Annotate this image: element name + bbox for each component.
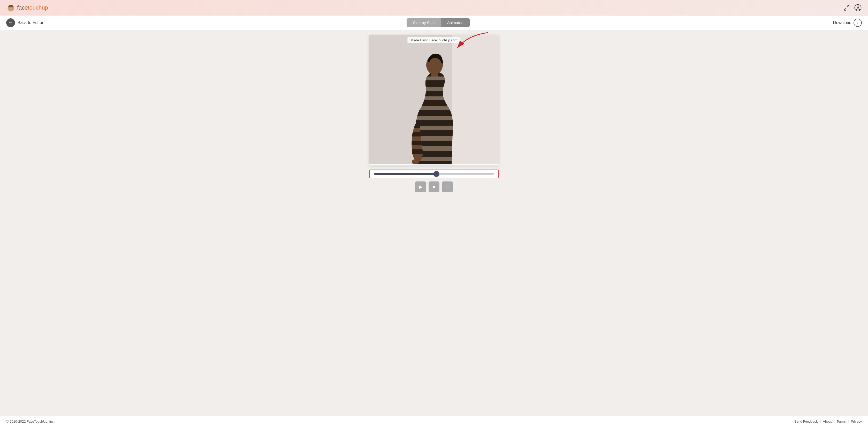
preview-image-container: Made Using FaceTouchUp.com (369, 35, 499, 165)
watermark: Made Using FaceTouchUp.com (407, 37, 460, 43)
scrubber-track[interactable] (374, 173, 494, 175)
account-button[interactable] (854, 4, 862, 12)
svg-line-2 (847, 5, 849, 7)
svg-line-3 (844, 8, 846, 10)
svg-rect-1 (8, 7, 13, 7)
terms-link[interactable]: Terms (837, 420, 846, 423)
back-to-editor-button[interactable]: ← Back to Editor (6, 18, 43, 27)
download-label: Download (833, 21, 851, 25)
top-nav: facetouchup (0, 0, 868, 16)
svg-point-25 (412, 159, 419, 164)
privacy-link[interactable]: Privacy (851, 420, 862, 423)
tab-animated[interactable]: Animated (441, 18, 470, 27)
stop-button[interactable]: ■ (429, 181, 439, 192)
back-label: Back to Editor (18, 21, 43, 25)
fullscreen-button[interactable] (843, 4, 850, 11)
logo-icon (6, 3, 16, 12)
play-icon: ▶ (419, 184, 422, 190)
download-icon: ↓ (854, 19, 862, 27)
nav-right (843, 4, 862, 12)
svg-rect-24 (431, 71, 438, 77)
footer: © 2010-2022 FaceTouchUp, Inc. Send Feedb… (0, 416, 868, 427)
logo-text: facetouchup (17, 4, 48, 11)
stop-icon: ■ (433, 184, 436, 190)
view-tabs: Side by Side Animated (407, 18, 470, 27)
svg-point-5 (857, 6, 859, 8)
download-button[interactable]: Download ↓ (833, 19, 862, 27)
copyright: © 2010-2022 FaceTouchUp, Inc. (6, 420, 55, 423)
tab-side-by-side[interactable]: Side by Side (407, 18, 441, 27)
pause-icon: ⏸ (445, 184, 450, 190)
preview-image (369, 35, 499, 164)
footer-links: Send Feedback | About | Terms | Privacy (794, 420, 862, 423)
back-arrow-icon: ← (6, 18, 15, 27)
play-button[interactable]: ▶ (415, 181, 426, 192)
logo: facetouchup (6, 3, 48, 12)
scrubber-fill (374, 173, 436, 175)
player-area: ▶ ■ ⏸ (369, 170, 499, 192)
main-content: Made Using FaceTouchUp.com (0, 30, 868, 416)
svg-rect-8 (452, 35, 499, 164)
scrubber-container[interactable] (369, 170, 499, 178)
send-feedback-link[interactable]: Send Feedback (794, 420, 818, 423)
toolbar: ← Back to Editor Side by Side Animated D… (0, 16, 868, 30)
about-link[interactable]: About (823, 420, 832, 423)
player-buttons: ▶ ■ ⏸ (415, 181, 453, 192)
scrubber-thumb[interactable] (433, 171, 439, 177)
pause-button[interactable]: ⏸ (442, 181, 453, 192)
